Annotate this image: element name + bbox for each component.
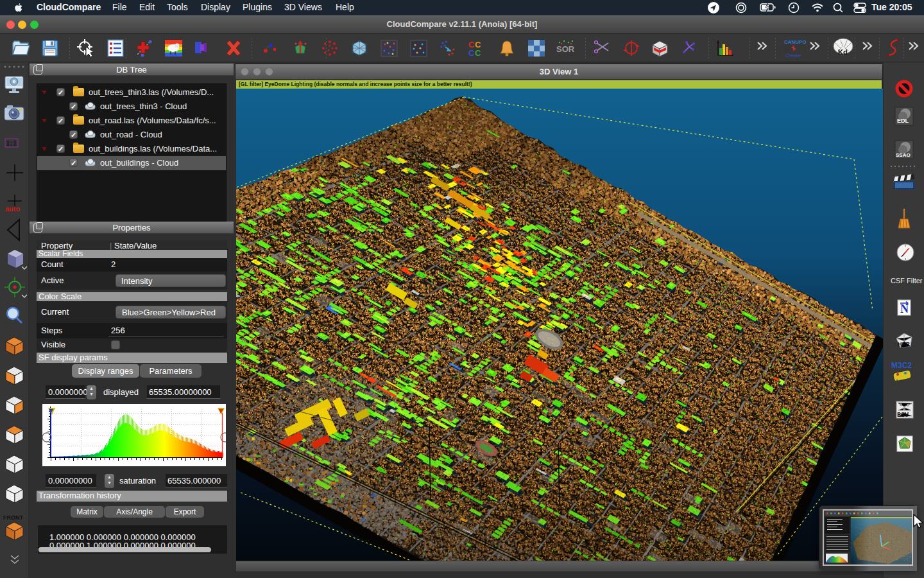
svg-text:CSF Filter: CSF Filter [891,277,923,285]
svg-text:M3C2: M3C2 [891,361,912,370]
svg-text:EDL: EDL [897,118,909,124]
svg-text:1:1: 1:1 [6,138,17,148]
svg-text:PCV: PCV [897,412,909,419]
svg-text:N: N [900,302,909,315]
svg-text:CANUPO: CANUPO [784,39,807,45]
svg-text:Create: Create [785,53,801,58]
svg-text:HPR: HPR [898,341,911,347]
svg-text:C: C [468,48,475,58]
svg-text:FRONT: FRONT [3,514,23,521]
svg-text:SOR: SOR [556,44,575,54]
svg-text:C: C [475,48,481,58]
svg-text:auto: auto [5,205,21,213]
svg-text:SSAO: SSAO [896,152,911,158]
svg-text:Kd: Kd [838,48,848,56]
